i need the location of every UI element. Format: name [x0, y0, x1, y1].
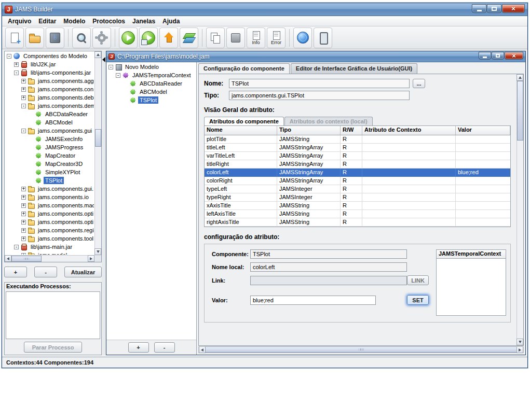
expand-toggle-icon[interactable]: + — [21, 212, 26, 216]
tree-item-jamstemporalcontext[interactable]: -JAMSTemporalContext — [107, 71, 195, 79]
config-hscrollbar[interactable] — [198, 346, 524, 353]
titlebar[interactable]: J JAMS Builder × — [2, 3, 527, 16]
tree-item-jams-components-gui[interactable]: +jams.components.gui. — [5, 185, 94, 193]
tree-item-jams-components-opti[interactable]: +jams.components.opti — [5, 218, 94, 226]
table-row-titleright[interactable]: titleRightJAMSStringArrayR — [205, 160, 510, 169]
scroll-right-button[interactable] — [88, 255, 94, 262]
tree-item-mapcreator3d[interactable]: MapCreator3D — [5, 160, 94, 168]
tree-item-jams-components-gui[interactable]: -jams.components.gui — [5, 127, 94, 135]
tree-item-jams-components-io[interactable]: +jams.components.io — [5, 193, 94, 201]
tree-item-tsplot[interactable]: TSPlot — [107, 96, 195, 104]
document-minimize-button[interactable] — [479, 52, 491, 60]
config-scroll-right-button[interactable] — [517, 346, 523, 353]
expand-toggle-icon[interactable]: + — [21, 187, 26, 191]
expand-toggle-icon[interactable]: + — [21, 236, 26, 241]
components-tree-vscrollbar[interactable] — [94, 51, 101, 255]
collapse-toggle-icon[interactable]: - — [14, 71, 19, 75]
remove-library-button[interactable]: - — [34, 267, 57, 277]
table-row-typeright[interactable]: typeRightJAMSIntegerR — [205, 193, 510, 202]
browse-button[interactable]: ... — [413, 79, 425, 88]
collapse-toggle-icon[interactable]: - — [116, 73, 120, 78]
tree-item-jams-components-agg[interactable]: +jams.components.agg — [5, 77, 94, 85]
tree-item-jamsexecinfo[interactable]: JAMSExecInfo — [5, 135, 94, 143]
componente-field[interactable] — [250, 249, 407, 259]
preferences-button[interactable] — [92, 27, 111, 48]
maximize-button[interactable] — [487, 4, 501, 13]
collapse-toggle-icon[interactable]: - — [21, 104, 26, 108]
tree-item-jams-components-con[interactable]: +jams.components.con — [5, 85, 94, 93]
table-row-xaxistitle[interactable]: xAxisTitleJAMSStringR — [205, 202, 510, 210]
web-button[interactable] — [293, 27, 312, 48]
minimize-button[interactable] — [472, 4, 486, 13]
info-log-button[interactable]: Info — [247, 27, 265, 48]
search-button[interactable] — [72, 27, 91, 48]
collapse-left-icon[interactable] — [102, 57, 105, 62]
collapse-toggle-icon[interactable]: - — [7, 54, 11, 59]
expand-toggle-icon[interactable]: + — [14, 62, 19, 67]
new-model-button[interactable] — [5, 27, 24, 48]
collapse-toggle-icon[interactable]: - — [21, 129, 26, 133]
tree-item-abcmodel[interactable]: ABCModel — [5, 118, 94, 127]
tree-item-componentes-do-modelo[interactable]: -Componentes do Modelo — [5, 52, 94, 60]
nome-local-field[interactable] — [250, 262, 407, 272]
tipo-field[interactable] — [229, 91, 410, 100]
column-header-tipo[interactable]: Tipo — [277, 126, 341, 135]
menu-modelo[interactable]: Modelo — [60, 17, 89, 26]
scroll-down-button[interactable] — [94, 248, 101, 255]
column-header-r-w[interactable]: R/W — [341, 126, 362, 135]
nome-field[interactable] — [229, 79, 410, 88]
open-model-button[interactable] — [25, 27, 44, 48]
collapse-toggle-icon[interactable]: - — [108, 65, 113, 69]
document-close-button[interactable]: × — [505, 52, 523, 60]
table-row-vartitleleft[interactable]: varTitleLeftJAMSStringArrayR — [205, 152, 510, 160]
valor-field[interactable] — [250, 296, 376, 305]
tree-item-jams-components-tool[interactable]: +jams.components.tool — [5, 234, 94, 243]
tree-item-lib-j2k-jar[interactable]: +lib\J2K.jar — [5, 60, 94, 68]
run-model-button[interactable] — [119, 27, 138, 48]
vscroll-thumb[interactable] — [95, 129, 101, 147]
column-header-valor[interactable]: Valor — [456, 126, 510, 135]
tab-atributos-do-contexto-local[interactable]: Atributos do contexto (local) — [284, 117, 373, 125]
expand-toggle-icon[interactable]: + — [21, 95, 26, 100]
layers-button[interactable] — [180, 27, 198, 48]
stop-process-button[interactable]: Parar Processo — [24, 342, 82, 353]
tree-item-abcdatareader[interactable]: ABCDataReader — [107, 79, 195, 88]
tree-item-jams-components-opti[interactable]: +jams.components.opti — [5, 209, 94, 218]
document-restore-button[interactable] — [492, 52, 504, 60]
table-row-typeleft[interactable]: typeLeftJAMSIntegerR — [205, 185, 510, 193]
tree-item-novo-modelo[interactable]: -Novo Modelo — [107, 63, 195, 71]
tree-item-jams-components-mac[interactable]: +jams.components.mac — [5, 201, 94, 209]
config-scroll-down-button[interactable] — [517, 339, 523, 345]
hscroll-thumb[interactable] — [11, 256, 42, 262]
tree-item-simplexyplot[interactable]: SimpleXYPlot — [5, 168, 94, 176]
table-row-rightaxistitle[interactable]: rightAxisTitleJAMSStringR — [205, 218, 510, 227]
config-vscrollbar[interactable] — [517, 74, 523, 345]
expand-toggle-icon[interactable]: + — [21, 220, 26, 225]
config-hscroll-thumb[interactable] — [205, 346, 517, 353]
splitpane-divider[interactable] — [102, 51, 106, 355]
components-tree-hscrollbar[interactable] — [5, 255, 94, 262]
close-button[interactable]: × — [502, 4, 525, 13]
menu-protocolos[interactable]: Protocolos — [89, 17, 129, 26]
device-button[interactable] — [314, 27, 332, 48]
expand-toggle-icon[interactable]: + — [21, 79, 26, 83]
expand-toggle-icon[interactable]: + — [21, 203, 26, 208]
menu-arquivo[interactable]: Arquivo — [4, 17, 35, 26]
save-model-button[interactable] — [46, 27, 64, 48]
processes-list[interactable] — [6, 291, 100, 339]
tree-item-abcmodel[interactable]: ABCModel — [107, 88, 195, 96]
column-header-atributo-de-contexto[interactable]: Atributo de Contexto — [362, 126, 456, 135]
expand-toggle-icon[interactable]: + — [21, 228, 26, 233]
tree-item-jams-components-dem[interactable]: -jams.components.dem — [5, 102, 94, 110]
context-list-body[interactable] — [437, 259, 506, 315]
tab-atributos-do-componente[interactable]: Atributos do componente — [204, 117, 284, 125]
link-field[interactable] — [250, 276, 407, 285]
tree-item-abcdatareader[interactable]: ABCDataReader — [5, 110, 94, 118]
copy-button[interactable] — [206, 27, 225, 48]
table-row-leftaxistitle[interactable]: leftAxisTitleJAMSStringR — [205, 210, 510, 218]
expand-toggle-icon[interactable]: + — [21, 87, 26, 92]
expand-toggle-icon[interactable]: + — [21, 195, 26, 200]
table-row-colorright[interactable]: colorRightJAMSStringArrayR — [205, 177, 510, 185]
set-button[interactable]: SET — [407, 295, 429, 305]
run-model-gui-button[interactable] — [139, 27, 158, 48]
